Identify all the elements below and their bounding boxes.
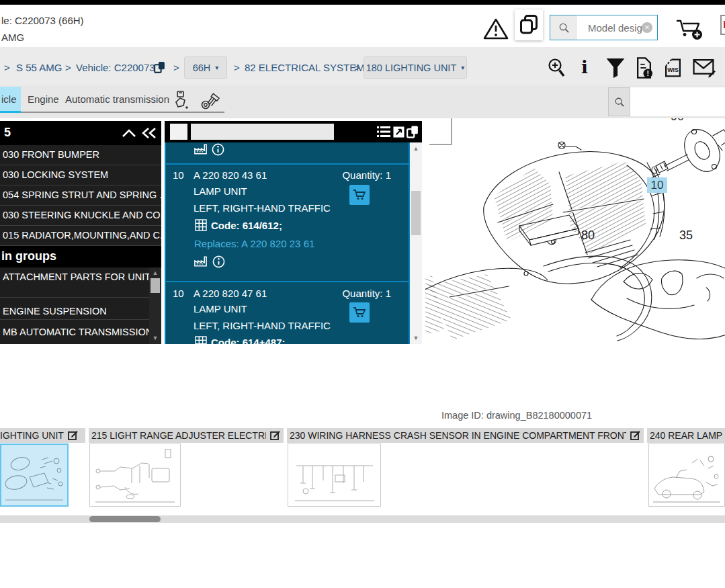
part-code: Code: 614+487;: [211, 337, 285, 344]
expand-panel-icon[interactable]: [392, 126, 404, 138]
chevron-up-icon[interactable]: [121, 127, 137, 139]
sidebar-item-steering-knuckle[interactable]: 030 STEERING KNUCKLE AND CO...: [0, 206, 161, 226]
chevron-down-icon: ▾: [461, 64, 464, 71]
wis-document-icon[interactable]: WIS: [663, 56, 683, 79]
scroll-up-icon[interactable]: ▲: [410, 145, 422, 152]
info-circle-icon[interactable]: [211, 142, 224, 156]
tab-vehicle-label[interactable]: icle: [1, 93, 17, 105]
filter-icon[interactable]: [605, 57, 626, 79]
tab-automatic-transmission[interactable]: Automatic transmission: [65, 93, 169, 105]
parts-scrollbar-thumb[interactable]: [411, 191, 421, 235]
parts-filter-input[interactable]: [191, 124, 334, 140]
list-view-icon[interactable]: [377, 126, 390, 138]
chevron-down-icon: ▾: [215, 64, 218, 71]
oil-service-icon[interactable]: [171, 89, 191, 111]
thumbnail-rear-lamps[interactable]: [648, 444, 725, 507]
callout-35[interactable]: 35: [679, 228, 693, 243]
sidebar-group-attachment-parts[interactable]: ATTACHMENT PARTS FOR UNITS: [0, 269, 149, 298]
catalog-code-dropdown[interactable]: 66H ▾: [184, 56, 227, 79]
thumb-label-light-range-adjuster[interactable]: 215 LIGHT RANGE ADJUSTER ELECTRIC: [89, 428, 284, 443]
callout-80[interactable]: 80: [581, 228, 595, 243]
scroll-down-icon[interactable]: ▼: [410, 335, 422, 341]
edge-clipped-button[interactable]: [720, 15, 725, 35]
edit-icon[interactable]: [630, 430, 641, 441]
image-id-label: Image ID: drawing_B82180000071: [441, 410, 592, 421]
collapse-panel-icon[interactable]: [140, 126, 159, 140]
factory-icon[interactable]: [193, 142, 208, 156]
zoom-in-icon[interactable]: [546, 57, 566, 79]
parts-search-icon-area[interactable]: [608, 87, 630, 116]
tab-engine[interactable]: Engine: [28, 93, 59, 105]
edit-icon[interactable]: [270, 430, 281, 441]
thumbnail-wiring-harness[interactable]: [288, 444, 381, 507]
catalog-code-label: 66H: [193, 62, 211, 73]
tab-underline: [21, 112, 224, 113]
add-to-cart-icon[interactable]: [675, 16, 704, 40]
parts-scrollbar[interactable]: ▲ ▼: [410, 142, 422, 344]
factory-icon[interactable]: [193, 255, 208, 268]
clear-input-icon[interactable]: ✕: [642, 22, 652, 33]
breadcrumb-item-group[interactable]: 82 ELECTRICAL SYSTEM: [245, 62, 365, 73]
info-icon[interactable]: i: [579, 56, 591, 78]
breadcrumb-separator: >: [173, 62, 179, 73]
sidebar-item-front-bumper[interactable]: 030 FRONT BUMPER: [0, 145, 161, 165]
part-pos: 10: [173, 288, 184, 299]
thumb-label-rear-lamps[interactable]: 240 REAR LAMPS: [647, 428, 725, 443]
svg-text:!: !: [646, 69, 648, 77]
scroll-down-icon[interactable]: ▼: [149, 335, 161, 341]
thumbnail-lighting-unit[interactable]: [0, 444, 69, 507]
add-part-to-cart-button[interactable]: [349, 185, 370, 205]
horizontal-scrollbar[interactable]: [0, 515, 725, 523]
part-quantity: Quantity: 1: [307, 169, 391, 181]
sidebar-item-locking-system[interactable]: 030 LOCKING SYSTEM: [0, 165, 161, 185]
document-alert-icon[interactable]: !: [634, 56, 653, 79]
model-search-icon-area[interactable]: [550, 15, 577, 40]
part-quantity: Quantity: 1: [307, 288, 391, 299]
breadcrumb-item-vehicle[interactable]: Vehicle: C220073: [76, 62, 155, 73]
part-name: LAMP UNIT: [194, 185, 247, 197]
subgroup-label: 180 LIGHTING UNIT: [366, 62, 457, 73]
search-icon: [614, 97, 625, 108]
thumb-label-text: IGHTING UNIT: [0, 430, 64, 441]
thumbnail-light-range-adjuster[interactable]: [89, 444, 181, 507]
sidebar-group-mb-automatic-transmission[interactable]: MB AUTOMATIC TRANSMISSION: [0, 321, 149, 342]
sidebar-scrollbar-thumb[interactable]: [151, 278, 160, 293]
parts-header-box[interactable]: [170, 124, 187, 140]
callout-90: 90: [671, 118, 684, 124]
part-number: A 220 820 43 61: [194, 169, 267, 181]
tab-vehicle-active-underline: [0, 111, 21, 113]
info-circle-icon[interactable]: [212, 255, 225, 268]
row-separator: [166, 281, 410, 282]
horizontal-scrollbar-thumb[interactable]: [89, 516, 161, 522]
row-separator: [166, 163, 410, 165]
vehicle-title-line2: AMG: [1, 32, 24, 43]
breadcrumb: > S 55 AMG > Vehicle: C220073 > 66H ▾ > …: [0, 47, 725, 85]
scroll-up-icon[interactable]: ▲: [149, 269, 161, 276]
sidebar-group-engine-suspension[interactable]: ENGINE SUSPENSION: [0, 298, 149, 320]
sidebar-item-spring-strut[interactable]: 054 SPRING STRUT AND SPRING ...: [0, 185, 161, 206]
compare-documents-button[interactable]: [515, 9, 543, 40]
thumb-label-lighting-unit[interactable]: IGHTING UNIT: [0, 428, 85, 443]
add-part-to-cart-button[interactable]: [349, 302, 370, 323]
breadcrumb-separator: >: [4, 62, 10, 73]
sidebar-groups-list: ATTACHMENT PARTS FOR UNITS ENGINE SUSPEN…: [0, 267, 161, 344]
parts-search-input[interactable]: [630, 87, 725, 116]
copy-panel-icon[interactable]: [406, 124, 419, 139]
copy-vehicle-icon[interactable]: [154, 61, 165, 74]
warning-triangle-icon[interactable]: [482, 17, 509, 40]
breadcrumb-item-model[interactable]: S 55 AMG: [16, 62, 62, 73]
bolt-icon[interactable]: [200, 91, 222, 112]
code-grid-icon: [194, 218, 207, 231]
subgroup-dropdown[interactable]: 180 LIGHTING UNIT ▾: [364, 56, 467, 79]
cart-icon: [353, 306, 366, 319]
mail-edit-icon[interactable]: [692, 58, 716, 78]
edit-icon[interactable]: [68, 430, 79, 441]
sidebar-scrollbar[interactable]: ▲ ▼: [149, 267, 161, 344]
drawing-canvas[interactable]: 90 10 80 35: [425, 118, 725, 403]
part-replaces-link[interactable]: Replaces: A 220 820 23 61: [194, 238, 314, 249]
parts-panel-header: [165, 121, 422, 142]
thumb-label-wiring-harness[interactable]: 230 WIRING HARNESS CRASH SENSOR IN ENGIN…: [287, 428, 644, 443]
svg-text:WIS: WIS: [667, 67, 679, 73]
sidebar-item-radiator[interactable]: 015 RADIATOR,MOUNTING,AND C...: [0, 226, 161, 246]
callout-10-highlighted[interactable]: 10: [647, 177, 667, 193]
